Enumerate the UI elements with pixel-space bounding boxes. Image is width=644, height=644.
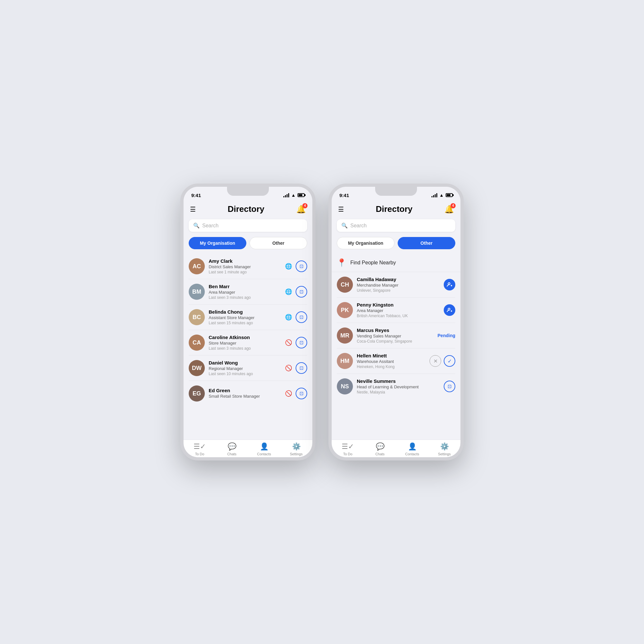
accept-btn-hellen[interactable]: ✓	[444, 355, 455, 367]
contact-info-marcus: Marcus Reyes Vending Sales Manager Coca-…	[357, 327, 434, 344]
chats-label-right: Chats	[375, 452, 385, 456]
nav-settings-right[interactable]: ⚙️ Settings	[428, 442, 460, 456]
tab-my-organisation[interactable]: My Organisation	[189, 237, 246, 249]
globe-icon-belinda[interactable]: 🌐	[284, 313, 293, 322]
notification-badge: 4	[302, 203, 308, 208]
add-contact-btn-penny[interactable]	[444, 304, 455, 316]
left-phone: 9:41 ▲	[180, 184, 316, 460]
contact-info-ed: Ed Green Small Retail Store Manager	[209, 388, 280, 399]
chat-btn-caroline[interactable]: ⊡	[296, 337, 307, 348]
location-pin-icon: 📍	[337, 258, 346, 267]
right-status-time: 9:41	[339, 193, 349, 198]
contact-name-belinda: Belinda Chong	[209, 309, 280, 315]
bottom-nav-left: ☰✓ To Do 💬 Chats 👤 Contacts ⚙️ Settings	[184, 440, 312, 457]
bottom-nav-right: ☰✓ To Do 💬 Chats 👤 Contacts ⚙️ Settings	[332, 440, 460, 457]
globe-icon-off-daniel[interactable]: 🚫	[284, 364, 293, 373]
nav-settings-left[interactable]: ⚙️ Settings	[280, 442, 312, 456]
globe-icon-ben[interactable]: 🌐	[284, 287, 293, 296]
add-contact-btn-camilla[interactable]	[444, 279, 455, 290]
right-tab-my-organisation[interactable]: My Organisation	[337, 237, 394, 249]
contact-name-marcus: Marcus Reyes	[357, 327, 434, 333]
tab-buttons: My Organisation Other	[184, 237, 312, 254]
bell-container[interactable]: 🔔 4	[296, 205, 306, 214]
contacts-icon-right: 👤	[408, 442, 417, 451]
contacts-icon-left: 👤	[260, 442, 269, 451]
svg-point-3	[448, 308, 450, 310]
contact-item-hellen: HM Hellen Minett Warehouse Assitant Hein…	[337, 348, 455, 374]
contact-item-neville: NS Neville Summers Head of Learning & De…	[337, 374, 455, 399]
status-icons: ▲	[283, 193, 305, 198]
contact-item-amy: AC Amy Clark District Sales Manager Last…	[189, 254, 307, 279]
contact-actions-ed: 🚫 ⊡	[284, 388, 307, 399]
notch	[227, 187, 269, 196]
contact-name-ben: Ben Marr	[209, 284, 280, 289]
avatar-amy: AC	[189, 258, 205, 274]
chat-btn-ben[interactable]: ⊡	[296, 286, 307, 298]
chat-btn-belinda[interactable]: ⊡	[296, 311, 307, 323]
wifi-icon: ▲	[291, 193, 296, 198]
right-tab-other[interactable]: Other	[398, 237, 455, 249]
contact-item-camilla: CH Camilla Hadaway Merchandise Manager U…	[337, 272, 455, 298]
nav-contacts-left[interactable]: 👤 Contacts	[248, 442, 280, 456]
contact-role-marcus: Vending Sales Manager	[357, 334, 434, 338]
search-placeholder: Search	[202, 223, 219, 229]
contact-info-caroline: Caroline Atkinson Store Manager Last see…	[209, 335, 280, 351]
contact-name-ed: Ed Green	[209, 388, 280, 393]
globe-icon-amy[interactable]: 🌐	[284, 262, 293, 271]
right-notification-badge: 4	[450, 203, 456, 208]
avatar-initials-ed: EG	[189, 385, 205, 402]
search-bar[interactable]: 🔍 Search	[189, 219, 307, 232]
contact-company-neville: Nestle, Malaysia	[357, 390, 440, 394]
contact-role-penny: Area Manager	[357, 308, 440, 313]
globe-icon-off-caroline[interactable]: 🚫	[284, 338, 293, 347]
signal-bar-4	[288, 193, 289, 197]
contact-role-camilla: Merchandise Manager	[357, 283, 440, 288]
nav-todo-left[interactable]: ☰✓ To Do	[184, 442, 216, 456]
chat-btn-ed[interactable]: ⊡	[296, 388, 307, 399]
contact-meta-daniel: Last seen 10 minutes ago	[209, 372, 280, 376]
signal-bar-1	[283, 196, 284, 197]
right-search-bar[interactable]: 🔍 Search	[337, 219, 455, 232]
right-bell-container[interactable]: 🔔 4	[444, 205, 454, 214]
contact-info-penny: Penny Kingston Area Manager British Amer…	[357, 302, 440, 318]
nav-contacts-right[interactable]: 👤 Contacts	[396, 442, 428, 456]
right-battery-icon	[446, 193, 453, 197]
hamburger-icon[interactable]: ☰	[190, 205, 196, 213]
chat-btn-amy[interactable]: ⊡	[296, 260, 307, 272]
find-people-row[interactable]: 📍 Find People Nearby	[332, 254, 460, 272]
chats-icon-right: 💬	[376, 442, 384, 451]
right-signal-bars-icon	[431, 193, 437, 197]
avatar-marcus: MR	[337, 327, 353, 344]
chat-btn-neville[interactable]: ⊡	[444, 381, 455, 392]
contact-actions-camilla	[444, 279, 455, 290]
tab-other[interactable]: Other	[250, 237, 307, 249]
contact-actions-amy: 🌐 ⊡	[284, 260, 307, 272]
nav-todo-right[interactable]: ☰✓ To Do	[332, 442, 364, 456]
contact-role-caroline: Store Manager	[209, 341, 280, 346]
contact-item-marcus: MR Marcus Reyes Vending Sales Manager Co…	[337, 323, 455, 348]
avatar-ben: BM	[189, 284, 205, 300]
globe-icon-off-ed[interactable]: 🚫	[284, 389, 293, 398]
nav-chats-left[interactable]: 💬 Chats	[216, 442, 248, 456]
avatar-camilla: CH	[337, 277, 353, 293]
contact-name-caroline: Caroline Atkinson	[209, 335, 280, 340]
contact-company-marcus: Coca-Cola Company, Singapore	[357, 339, 434, 344]
right-signal-bar-2	[433, 195, 434, 197]
settings-label-left: Settings	[290, 452, 303, 456]
app-header: ☰ Directory 🔔 4	[184, 201, 312, 219]
reject-btn-hellen[interactable]: ✕	[430, 355, 441, 367]
right-hamburger-icon[interactable]: ☰	[338, 205, 344, 213]
avatar-initials-hellen: HM	[337, 353, 353, 369]
avatar-initials-caroline: CA	[189, 335, 205, 351]
settings-icon-right: ⚙️	[440, 442, 449, 451]
contact-role-amy: District Sales Manager	[209, 264, 280, 269]
find-people-text: Find People Nearby	[350, 260, 396, 266]
todo-icon-right: ☰✓	[342, 442, 354, 451]
avatar-initials-daniel: DW	[189, 360, 205, 376]
contact-info-neville: Neville Summers Head of Learning & Devel…	[357, 378, 440, 394]
chat-btn-daniel[interactable]: ⊡	[296, 362, 307, 374]
signal-bars-icon	[283, 193, 289, 197]
signal-bar-3	[287, 194, 288, 197]
nav-chats-right[interactable]: 💬 Chats	[364, 442, 396, 456]
left-phone-inner: 9:41 ▲	[184, 187, 312, 457]
